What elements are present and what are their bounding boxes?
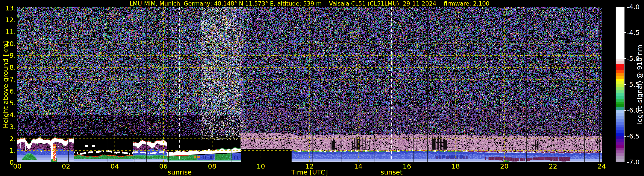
colorbar-segment [616, 73, 624, 76]
colorbar-segment [616, 145, 624, 147]
colorbar-segment [616, 79, 624, 82]
colorbar-segment [616, 102, 624, 104]
x-tick-label: 22 [542, 162, 564, 170]
colorbar-segment [616, 150, 624, 153]
colorbar-segment [616, 125, 624, 127]
x-tick-label: 18 [445, 162, 466, 170]
colorbar-tick-label: -4.0 [627, 3, 640, 11]
colorbar-segment [616, 67, 624, 70]
colorbar [616, 7, 624, 162]
colorbar-tick-mark [624, 84, 626, 85]
x-tick-label: 14 [348, 162, 369, 170]
colorbar-segment [616, 70, 624, 73]
colorbar-segment [616, 139, 624, 142]
colorbar-segment [616, 119, 624, 122]
colorbar-segment [616, 61, 624, 64]
colorbar-segment [616, 156, 624, 159]
colorbar-tick-label: -7.0 [627, 158, 640, 166]
colorbar-segment [616, 122, 624, 124]
colorbar-segment [616, 159, 624, 162]
colorbar-tick-label: -6.5 [627, 132, 640, 140]
colorbar-segment [616, 76, 624, 79]
colorbar-title: log(rc-signal) @ 910 nm [636, 45, 643, 124]
colorbar-segment [616, 130, 624, 133]
colorbar-segment [616, 99, 624, 101]
x-tick-label: 00 [6, 162, 28, 170]
sunset-label: sunset [381, 168, 403, 176]
ceilometer-quicklook-page: { "title": "LMU-MIM, Munich, Germany; 48… [0, 0, 644, 176]
colorbar-segment [616, 142, 624, 145]
colorbar-segment [616, 59, 624, 61]
colorbar-segment [616, 153, 624, 156]
colorbar-segment [616, 96, 624, 99]
colorbar-tick-mark [624, 110, 626, 111]
colorbar-tick-label: -4.5 [627, 29, 640, 36]
y-tick-label: 2. [0, 135, 16, 142]
colorbar-segment [616, 133, 624, 136]
colorbar-segment [616, 84, 624, 87]
x-axis-title: Time [UTC] [291, 168, 328, 176]
colorbar-segment [616, 104, 624, 107]
x-tick-label: 04 [104, 162, 126, 170]
colorbar-segment [616, 116, 624, 119]
x-tick-label: 10 [250, 162, 272, 170]
x-tick-label: 02 [55, 162, 77, 170]
colorbar-segment [616, 136, 624, 139]
colorbar-tick-mark [624, 136, 626, 137]
y-tick-label: 13. [0, 4, 16, 12]
sunrise-label: sunrise [168, 168, 192, 176]
colorbar-segment [616, 110, 624, 113]
colorbar-segment [616, 82, 624, 84]
colorbar-segment [616, 87, 624, 90]
colorbar-tick-mark [624, 162, 626, 162]
y-tick-label: 1. [0, 147, 16, 154]
colorbar-tick-mark [624, 6, 626, 7]
colorbar-segment [616, 93, 624, 96]
colorbar-segment [616, 113, 624, 116]
y-tick-label: 11. [0, 28, 16, 35]
plot-title: LMU-MIM, Munich, Germany; 48.148° N 11.5… [17, 0, 602, 7]
heatmap-canvas [17, 7, 602, 162]
y-tick-label: 12. [0, 16, 16, 23]
colorbar-segment [616, 148, 624, 150]
colorbar-tick-mark [624, 32, 626, 33]
x-tick-label: 20 [494, 162, 515, 170]
colorbar-segment [616, 127, 624, 130]
colorbar-segment [616, 90, 624, 93]
colorbar-segment [616, 64, 624, 67]
y-axis-title: Height above ground [km] [2, 41, 10, 128]
x-tick-label: 24 [591, 162, 612, 170]
colorbar-tick-mark [624, 58, 626, 59]
x-tick-label: 08 [202, 162, 223, 170]
colorbar-segment [616, 7, 624, 59]
colorbar-segment [616, 107, 624, 110]
